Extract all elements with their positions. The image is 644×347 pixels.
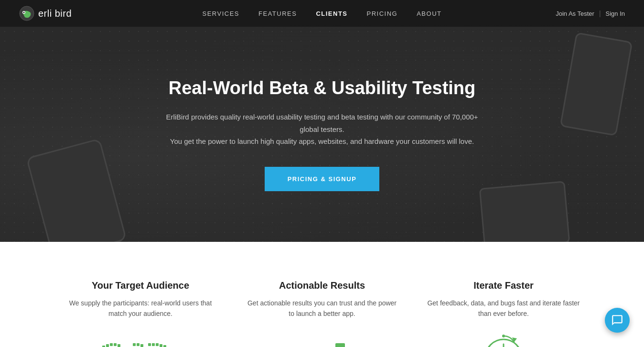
feature-results-title: Actionable Results bbox=[246, 280, 398, 291]
feature-results-desc: Get actionable results you can trust and… bbox=[246, 298, 398, 319]
svg-rect-42 bbox=[152, 343, 155, 346]
svg-rect-25 bbox=[133, 343, 136, 346]
svg-rect-41 bbox=[148, 343, 151, 346]
clock-svg bbox=[480, 334, 527, 347]
svg-rect-26 bbox=[137, 343, 140, 346]
sign-in-link[interactable]: Sign In bbox=[606, 10, 625, 17]
logo[interactable]: erli bird bbox=[19, 6, 72, 21]
navbar: erli bird SERVICES FEATURES CLIENTS PRIC… bbox=[0, 0, 644, 27]
feature-audience-title: Your Target Audience bbox=[64, 280, 217, 291]
hero-content: Real-World Beta & Usability Testing Erli… bbox=[160, 77, 484, 191]
nav-services[interactable]: SERVICES bbox=[203, 10, 240, 17]
feature-iterate-desc: Get feedback, data, and bugs fast and it… bbox=[427, 298, 580, 319]
svg-rect-66 bbox=[335, 343, 345, 347]
feature-iterate-icon bbox=[427, 334, 580, 347]
svg-rect-7 bbox=[118, 344, 120, 347]
nav-features[interactable]: FEATURES bbox=[258, 10, 297, 17]
feature-iterate-title: Iterate Faster bbox=[427, 280, 580, 291]
feature-results: Actionable Results Get actionable result… bbox=[231, 271, 413, 347]
device-tablet-decoration bbox=[479, 181, 570, 242]
svg-rect-44 bbox=[160, 344, 162, 347]
svg-rect-45 bbox=[163, 345, 166, 347]
logo-text: erli bird bbox=[38, 8, 72, 19]
cta-button[interactable]: PRICING & SIGNUP bbox=[265, 167, 380, 191]
svg-point-2 bbox=[23, 12, 25, 13]
nav-pricing[interactable]: PRICING bbox=[367, 10, 398, 17]
feature-audience: Your Target Audience We supply the parti… bbox=[50, 271, 231, 347]
svg-rect-43 bbox=[156, 343, 159, 346]
join-tester-link[interactable]: Join As Tester bbox=[556, 10, 594, 17]
nav-links: SERVICES FEATURES CLIENTS PRICING ABOUT bbox=[203, 9, 442, 18]
world-map-svg bbox=[97, 338, 183, 347]
svg-rect-4 bbox=[106, 344, 109, 347]
feature-iterate: Iterate Faster Get feedback, data, and b… bbox=[413, 271, 594, 347]
bar-chart-svg bbox=[293, 338, 351, 347]
nav-about[interactable]: ABOUT bbox=[417, 10, 441, 17]
svg-point-73 bbox=[502, 335, 505, 337]
logo-icon bbox=[19, 6, 34, 21]
nav-auth: Join As Tester | Sign In bbox=[556, 10, 625, 17]
nav-clients[interactable]: CLIENTS bbox=[316, 10, 347, 17]
feature-audience-desc: We supply the participants: real-world u… bbox=[64, 298, 217, 319]
hero-title: Real-World Beta & Usability Testing bbox=[160, 77, 484, 99]
chat-bubble[interactable] bbox=[605, 308, 630, 333]
chat-icon bbox=[611, 314, 623, 326]
svg-rect-27 bbox=[140, 344, 143, 347]
svg-rect-6 bbox=[114, 343, 117, 346]
hero-description: ErliBird provides quality real-world usa… bbox=[160, 111, 484, 148]
feature-audience-icon bbox=[64, 334, 217, 347]
hero-section: Real-World Beta & Usability Testing Erli… bbox=[0, 27, 644, 242]
features-section: Your Target Audience We supply the parti… bbox=[0, 242, 644, 347]
nav-divider: | bbox=[599, 10, 601, 17]
svg-rect-5 bbox=[110, 343, 113, 346]
feature-results-icon bbox=[246, 334, 398, 347]
